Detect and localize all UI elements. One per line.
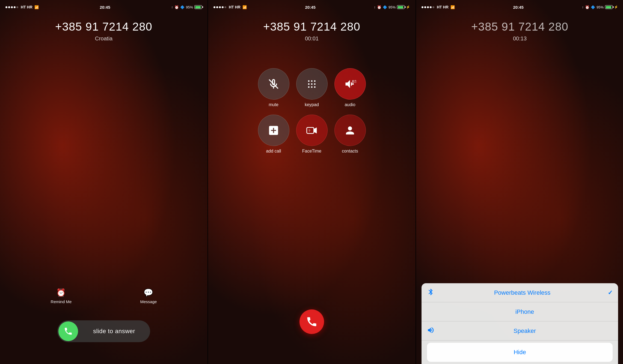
iphone-label: iPhone — [437, 308, 613, 315]
end-call-button[interactable] — [299, 309, 324, 334]
facetime-icon: ? — [306, 124, 318, 136]
speaker-icon — [427, 326, 437, 335]
bluetooth-icon-1: 🔷 — [180, 5, 185, 9]
time-1: 20:45 — [100, 5, 110, 10]
audio-bluetooth-icon — [427, 288, 437, 297]
svg-text:BT: BT — [352, 79, 356, 84]
bluetooth-icon-2: 🔷 — [383, 5, 387, 9]
svg-point-9 — [314, 86, 316, 88]
facetime-label: FaceTime — [302, 149, 322, 154]
hide-label: Hide — [514, 349, 526, 356]
add-call-icon — [268, 124, 280, 136]
speaker-label: Speaker — [437, 327, 613, 335]
alarm-icon: ⏰ — [56, 288, 66, 297]
mute-label: mute — [269, 102, 278, 107]
carrier-1: HT HR — [21, 5, 32, 9]
battery-pct-2: 95% — [388, 5, 396, 9]
audio-icon: BT — [344, 78, 356, 90]
location-icon-1: ↑ — [171, 5, 173, 9]
powerbeats-label: Powerbeats Wireless — [437, 289, 608, 296]
time-3: 20:45 — [513, 5, 523, 10]
slide-to-answer[interactable]: slide to answer — [57, 320, 150, 342]
audio-option-iphone[interactable]: iPhone — [422, 302, 618, 321]
contacts-circle — [334, 115, 366, 146]
battery-pct-3: 95% — [597, 5, 604, 9]
status-left-1: HT HR 📶 — [5, 5, 39, 9]
signal-dots-3 — [422, 6, 434, 8]
battery-3 — [605, 5, 613, 9]
svg-point-5 — [311, 83, 313, 85]
svg-rect-12 — [307, 127, 314, 133]
keypad-label: keypad — [305, 102, 319, 107]
screen-incoming: HT HR 📶 20:45 ↑ ⏰ 🔷 95% +385 91 7214 280… — [0, 0, 207, 364]
add-call-circle — [258, 115, 289, 146]
status-bar-2: HT HR 📶 20:45 ↑ ⏰ 🔷 95% ⚡ — [208, 0, 416, 12]
status-right-1: ↑ ⏰ 🔷 95% — [171, 5, 202, 9]
audio-circle: BT — [334, 68, 366, 100]
message-label: Message — [140, 299, 157, 304]
location-icon-3: ↑ — [582, 5, 584, 9]
mute-circle — [258, 68, 289, 100]
wifi-icon-2: 📶 — [242, 5, 247, 9]
keypad-button[interactable]: keypad — [294, 68, 330, 112]
svg-point-3 — [314, 80, 316, 82]
contacts-button[interactable]: contacts — [332, 115, 368, 158]
wifi-icon-3: 📶 — [450, 5, 455, 9]
signal-dots-1 — [5, 6, 18, 8]
remind-message-area: ⏰ Remind Me 💬 Message — [0, 288, 207, 304]
message-button[interactable]: 💬 Message — [140, 288, 157, 304]
keypad-circle — [296, 68, 328, 100]
status-bar-1: HT HR 📶 20:45 ↑ ⏰ 🔷 95% — [0, 0, 207, 12]
status-bar-3: HT HR 📶 20:45 ↑ ⏰ 🔷 95% ⚡ — [416, 0, 623, 12]
remind-me-button[interactable]: ⏰ Remind Me — [51, 288, 72, 304]
screen-audio-picker: HT HR 📶 20:45 ↑ ⏰ 🔷 95% ⚡ +385 91 7214 2… — [416, 0, 623, 364]
svg-point-1 — [308, 80, 310, 82]
phone-number-2: +385 91 7214 280 — [208, 20, 416, 33]
call-subtitle-1: Croatia — [0, 35, 207, 42]
carrier-3: HT HR — [437, 5, 449, 9]
call-timer-2: 00:01 — [208, 35, 416, 42]
audio-picker-panel: Powerbeats Wireless ✓ iPhone Speaker Hid… — [422, 283, 618, 364]
audio-option-speaker[interactable]: Speaker — [422, 321, 618, 341]
charging-icon-2: ⚡ — [406, 5, 410, 9]
status-right-3: ↑ ⏰ 🔷 95% ⚡ — [582, 5, 618, 9]
powerbeats-check: ✓ — [608, 289, 613, 296]
call-buttons-grid: mute keypad — [256, 68, 368, 158]
call-timer-3: 00:13 — [416, 35, 623, 42]
add-call-button[interactable]: add call — [256, 115, 291, 158]
alarm-icon-2: ⏰ — [377, 5, 381, 9]
slide-to-answer-text: slide to answer — [78, 328, 150, 335]
status-left-3: HT HR 📶 — [422, 5, 455, 9]
alarm-icon-3: ⏰ — [585, 5, 589, 9]
contacts-label: contacts — [342, 149, 358, 154]
contacts-icon — [344, 124, 356, 136]
screen-active: HT HR 📶 20:45 ↑ ⏰ 🔷 95% ⚡ +385 91 7214 2… — [208, 0, 416, 364]
signal-dots-2 — [213, 6, 226, 8]
svg-point-8 — [311, 86, 313, 88]
audio-option-powerbeats[interactable]: Powerbeats Wireless ✓ — [422, 283, 618, 302]
background-blur — [0, 0, 207, 364]
battery-2 — [397, 5, 405, 9]
add-call-label: add call — [266, 149, 281, 154]
svg-point-2 — [311, 80, 313, 82]
location-icon-2: ↑ — [374, 5, 376, 9]
mute-icon — [268, 78, 280, 90]
status-left-2: HT HR 📶 — [213, 5, 247, 9]
phone-number-1: +385 91 7214 280 — [0, 20, 207, 33]
bluetooth-icon-3: 🔷 — [591, 5, 595, 9]
hide-button[interactable]: Hide — [427, 343, 613, 362]
battery-pct-1: 95% — [186, 5, 193, 9]
charging-icon-3: ⚡ — [614, 5, 618, 9]
svg-point-7 — [308, 86, 310, 88]
phone-answer-icon — [64, 327, 73, 336]
status-right-2: ↑ ⏰ 🔷 95% ⚡ — [374, 5, 410, 9]
end-call-icon — [306, 316, 318, 328]
audio-label: audio — [345, 102, 355, 107]
mute-button[interactable]: mute — [256, 68, 291, 112]
svg-point-4 — [308, 83, 310, 85]
audio-button[interactable]: BT audio — [332, 68, 368, 112]
facetime-circle: ? — [296, 115, 328, 146]
time-2: 20:45 — [305, 5, 315, 10]
facetime-button[interactable]: ? FaceTime — [294, 115, 330, 158]
message-icon: 💬 — [144, 288, 153, 297]
